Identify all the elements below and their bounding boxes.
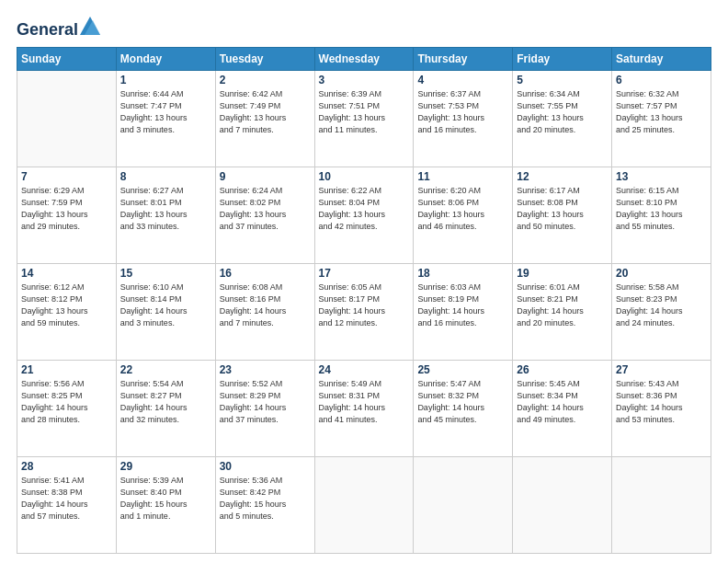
day-info: Sunrise: 5:58 AMSunset: 8:23 PMDaylight:… [616, 282, 707, 329]
week-row-3: 14Sunrise: 6:12 AMSunset: 8:12 PMDayligh… [17, 263, 711, 360]
day-info: Sunrise: 6:29 AMSunset: 7:59 PMDaylight:… [21, 185, 112, 233]
day-header-friday: Friday [513, 47, 612, 70]
header: General [17, 17, 711, 40]
day-header-saturday: Saturday [612, 47, 711, 70]
day-number: 4 [417, 74, 508, 86]
day-info: Sunrise: 6:15 AMSunset: 8:10 PMDaylight:… [616, 185, 707, 233]
calendar-cell: 24Sunrise: 5:49 AMSunset: 8:31 PMDayligh… [314, 360, 414, 456]
week-row-2: 7Sunrise: 6:29 AMSunset: 7:59 PMDaylight… [17, 167, 711, 263]
calendar-cell [513, 456, 612, 553]
calendar-cell: 27Sunrise: 5:43 AMSunset: 8:36 PMDayligh… [612, 360, 711, 456]
calendar-cell: 10Sunrise: 6:22 AMSunset: 8:04 PMDayligh… [314, 167, 414, 263]
calendar-cell: 17Sunrise: 6:05 AMSunset: 8:17 PMDayligh… [314, 263, 414, 360]
calendar-cell: 6Sunrise: 6:32 AMSunset: 7:57 PMDaylight… [612, 70, 711, 167]
day-header-monday: Monday [116, 47, 215, 70]
calendar-cell: 11Sunrise: 6:20 AMSunset: 8:06 PMDayligh… [414, 167, 513, 263]
day-number: 8 [120, 170, 211, 183]
calendar-cell: 3Sunrise: 6:39 AMSunset: 7:51 PMDaylight… [314, 70, 414, 167]
calendar-cell: 8Sunrise: 6:27 AMSunset: 8:01 PMDaylight… [116, 167, 215, 263]
day-number: 12 [517, 170, 608, 183]
calendar-header-row: SundayMondayTuesdayWednesdayThursdayFrid… [17, 47, 711, 70]
day-info: Sunrise: 5:56 AMSunset: 8:25 PMDaylight:… [21, 378, 112, 426]
day-info: Sunrise: 6:22 AMSunset: 8:04 PMDaylight:… [319, 185, 410, 233]
day-number: 15 [120, 267, 211, 280]
day-info: Sunrise: 5:39 AMSunset: 8:40 PMDaylight:… [120, 475, 211, 523]
day-info: Sunrise: 6:39 AMSunset: 7:51 PMDaylight:… [319, 88, 410, 136]
day-number: 7 [21, 170, 112, 183]
day-info: Sunrise: 5:52 AMSunset: 8:29 PMDaylight:… [220, 378, 311, 426]
day-number: 26 [517, 363, 608, 376]
calendar-cell: 15Sunrise: 6:10 AMSunset: 8:14 PMDayligh… [116, 263, 215, 360]
calendar-cell: 20Sunrise: 5:58 AMSunset: 8:23 PMDayligh… [612, 263, 711, 360]
day-number: 5 [517, 74, 608, 86]
day-info: Sunrise: 6:42 AMSunset: 7:49 PMDaylight:… [220, 88, 311, 136]
calendar-cell: 5Sunrise: 6:34 AMSunset: 7:55 PMDaylight… [513, 70, 612, 167]
day-number: 29 [120, 460, 211, 473]
day-info: Sunrise: 6:05 AMSunset: 8:17 PMDaylight:… [319, 282, 410, 329]
week-row-4: 21Sunrise: 5:56 AMSunset: 8:25 PMDayligh… [17, 360, 711, 456]
day-number: 13 [616, 170, 707, 183]
day-number: 3 [319, 74, 410, 86]
calendar-cell: 12Sunrise: 6:17 AMSunset: 8:08 PMDayligh… [513, 167, 612, 263]
day-number: 22 [120, 363, 211, 376]
calendar-cell: 29Sunrise: 5:39 AMSunset: 8:40 PMDayligh… [116, 456, 215, 553]
day-number: 16 [220, 267, 311, 280]
day-number: 1 [120, 74, 211, 86]
day-header-sunday: Sunday [17, 47, 117, 70]
calendar-cell: 25Sunrise: 5:47 AMSunset: 8:32 PMDayligh… [414, 360, 513, 456]
calendar-cell: 18Sunrise: 6:03 AMSunset: 8:19 PMDayligh… [414, 263, 513, 360]
calendar-cell: 21Sunrise: 5:56 AMSunset: 8:25 PMDayligh… [17, 360, 117, 456]
calendar-body: 1Sunrise: 6:44 AMSunset: 7:47 PMDaylight… [17, 70, 711, 553]
logo: General [17, 17, 100, 40]
day-info: Sunrise: 6:08 AMSunset: 8:16 PMDaylight:… [220, 282, 311, 329]
calendar-cell: 1Sunrise: 6:44 AMSunset: 7:47 PMDaylight… [116, 70, 215, 167]
day-info: Sunrise: 5:54 AMSunset: 8:27 PMDaylight:… [120, 378, 211, 426]
day-number: 21 [21, 363, 112, 376]
calendar-cell: 23Sunrise: 5:52 AMSunset: 8:29 PMDayligh… [215, 360, 314, 456]
day-number: 19 [517, 267, 608, 280]
day-info: Sunrise: 6:44 AMSunset: 7:47 PMDaylight:… [120, 88, 211, 136]
day-info: Sunrise: 6:32 AMSunset: 7:57 PMDaylight:… [616, 88, 707, 136]
day-number: 28 [21, 460, 112, 473]
day-number: 14 [21, 267, 112, 280]
day-info: Sunrise: 6:17 AMSunset: 8:08 PMDaylight:… [517, 185, 608, 233]
page: General SundayMondayTuesdayWednesdayThur [0, 0, 728, 563]
calendar: SundayMondayTuesdayWednesdayThursdayFrid… [17, 47, 711, 554]
calendar-cell: 7Sunrise: 6:29 AMSunset: 7:59 PMDaylight… [17, 167, 117, 263]
day-number: 23 [220, 363, 311, 376]
day-header-wednesday: Wednesday [314, 47, 414, 70]
day-info: Sunrise: 6:37 AMSunset: 7:53 PMDaylight:… [417, 88, 508, 136]
day-info: Sunrise: 5:49 AMSunset: 8:31 PMDaylight:… [319, 378, 410, 426]
day-header-thursday: Thursday [414, 47, 513, 70]
calendar-cell [414, 456, 513, 553]
day-info: Sunrise: 5:47 AMSunset: 8:32 PMDaylight:… [417, 378, 508, 426]
day-number: 30 [220, 460, 311, 473]
day-number: 20 [616, 267, 707, 280]
day-number: 17 [319, 267, 410, 280]
day-number: 2 [220, 74, 311, 86]
day-info: Sunrise: 5:45 AMSunset: 8:34 PMDaylight:… [517, 378, 608, 426]
day-number: 6 [616, 74, 707, 86]
logo-icon [80, 17, 100, 35]
day-number: 11 [417, 170, 508, 183]
day-number: 27 [616, 363, 707, 376]
day-info: Sunrise: 6:03 AMSunset: 8:19 PMDaylight:… [417, 282, 508, 329]
calendar-cell: 2Sunrise: 6:42 AMSunset: 7:49 PMDaylight… [215, 70, 314, 167]
calendar-cell: 16Sunrise: 6:08 AMSunset: 8:16 PMDayligh… [215, 263, 314, 360]
day-info: Sunrise: 6:01 AMSunset: 8:21 PMDaylight:… [517, 282, 608, 329]
calendar-cell: 28Sunrise: 5:41 AMSunset: 8:38 PMDayligh… [17, 456, 117, 553]
day-number: 9 [220, 170, 311, 183]
day-number: 24 [319, 363, 410, 376]
week-row-1: 1Sunrise: 6:44 AMSunset: 7:47 PMDaylight… [17, 70, 711, 167]
calendar-cell [17, 70, 117, 167]
day-info: Sunrise: 6:20 AMSunset: 8:06 PMDaylight:… [417, 185, 508, 233]
logo-text: General [17, 17, 100, 40]
day-number: 18 [417, 267, 508, 280]
calendar-cell: 19Sunrise: 6:01 AMSunset: 8:21 PMDayligh… [513, 263, 612, 360]
day-info: Sunrise: 6:24 AMSunset: 8:02 PMDaylight:… [220, 185, 311, 233]
day-info: Sunrise: 6:10 AMSunset: 8:14 PMDaylight:… [120, 282, 211, 329]
calendar-cell: 30Sunrise: 5:36 AMSunset: 8:42 PMDayligh… [215, 456, 314, 553]
calendar-cell: 22Sunrise: 5:54 AMSunset: 8:27 PMDayligh… [116, 360, 215, 456]
day-info: Sunrise: 6:27 AMSunset: 8:01 PMDaylight:… [120, 185, 211, 233]
day-info: Sunrise: 5:41 AMSunset: 8:38 PMDaylight:… [21, 475, 112, 523]
